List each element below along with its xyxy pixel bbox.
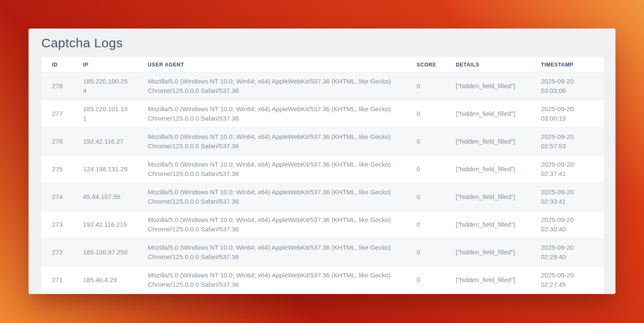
cell-id: 271 <box>41 266 72 294</box>
logs-table-container: ID IP USER AGENT SCORE DETAILS TIMESTAMP… <box>41 57 604 294</box>
page-title: Captcha Logs <box>29 29 615 57</box>
cell-timestamp: 2025-09-20 02:57:53 <box>530 128 604 156</box>
cell-user-agent: Mozilla/5.0 (Windows NT 10.0; Win64; x64… <box>137 239 406 266</box>
cell-user-agent: Mozilla/5.0 (Windows NT 10.0; Win64; x64… <box>137 266 406 294</box>
column-header-user-agent: USER AGENT <box>137 57 406 72</box>
cell-user-agent: Mozilla/5.0 (Windows NT 10.0; Win64; x64… <box>137 211 406 239</box>
cell-score: 0 <box>406 266 445 294</box>
cell-score: 0 <box>406 239 445 266</box>
page-background: { "page": { "title": "Captcha Logs" }, "… <box>0 0 644 323</box>
cell-details: ["hidden_field_filled"] <box>445 72 530 100</box>
cell-details: ["hidden_field_filled"] <box>445 100 530 128</box>
table-body: 278 185.220.100.254 Mozilla/5.0 (Windows… <box>41 72 604 294</box>
cell-timestamp: 2025-09-20 03:00:19 <box>530 100 604 128</box>
table-row: 271 185.40.4.29 Mozilla/5.0 (Windows NT … <box>41 266 604 294</box>
cell-user-agent: Mozilla/5.0 (Windows NT 10.0; Win64; x64… <box>137 128 406 156</box>
column-header-id: ID <box>41 57 72 72</box>
cell-timestamp: 2025-09-20 02:29:40 <box>530 239 604 266</box>
cell-details: ["hidden_field_filled"] <box>445 128 530 156</box>
column-header-details: DETAILS <box>445 57 530 72</box>
cell-user-agent: Mozilla/5.0 (Windows NT 10.0; Win64; x64… <box>137 72 406 100</box>
cell-score: 0 <box>406 183 445 211</box>
cell-timestamp: 2025-09-20 02:33:41 <box>530 183 604 211</box>
cell-ip: 192.42.116.27 <box>72 128 137 156</box>
table-row: 277 185.220.101.131 Mozilla/5.0 (Windows… <box>41 100 604 128</box>
cell-ip: 192.42.116.215 <box>72 211 137 239</box>
table-row: 273 192.42.116.215 Mozilla/5.0 (Windows … <box>41 211 604 239</box>
cell-ip: 185.220.100.254 <box>72 72 137 100</box>
cell-score: 0 <box>406 100 445 128</box>
table-row: 278 185.220.100.254 Mozilla/5.0 (Windows… <box>41 72 604 100</box>
cell-id: 273 <box>41 211 72 239</box>
cell-timestamp: 2025-09-20 02:37:41 <box>530 156 604 183</box>
cell-details: ["hidden_field_filled"] <box>445 239 530 266</box>
table-row: 274 45.84.107.55 Mozilla/5.0 (Windows NT… <box>41 183 604 211</box>
cell-score: 0 <box>406 128 445 156</box>
column-header-score: SCORE <box>406 57 445 72</box>
cell-id: 277 <box>41 100 72 128</box>
cell-id: 272 <box>41 239 72 266</box>
cell-score: 0 <box>406 156 445 183</box>
cell-user-agent: Mozilla/5.0 (Windows NT 10.0; Win64; x64… <box>137 183 406 211</box>
logs-table: ID IP USER AGENT SCORE DETAILS TIMESTAMP… <box>41 57 604 294</box>
table-row: 276 192.42.116.27 Mozilla/5.0 (Windows N… <box>41 128 604 156</box>
table-header: ID IP USER AGENT SCORE DETAILS TIMESTAMP <box>41 57 604 72</box>
cell-id: 274 <box>41 183 72 211</box>
cell-score: 0 <box>406 211 445 239</box>
column-header-ip: IP <box>72 57 137 72</box>
cell-id: 278 <box>41 72 72 100</box>
cell-ip: 124.198.131.29 <box>72 156 137 183</box>
cell-score: 0 <box>406 72 445 100</box>
cell-id: 275 <box>41 156 72 183</box>
table-row: 272 185.100.87.250 Mozilla/5.0 (Windows … <box>41 239 604 266</box>
cell-timestamp: 2025-09-20 03:03:06 <box>530 72 604 100</box>
column-header-timestamp: TIMESTAMP <box>530 57 604 72</box>
captcha-logs-card: Captcha Logs ID IP USER AGENT SCORE DETA… <box>29 29 615 294</box>
cell-details: ["hidden_field_filled"] <box>445 183 530 211</box>
cell-user-agent: Mozilla/5.0 (Windows NT 10.0; Win64; x64… <box>137 100 406 128</box>
table-row: 275 124.198.131.29 Mozilla/5.0 (Windows … <box>41 156 604 183</box>
cell-id: 276 <box>41 128 72 156</box>
cell-ip: 185.100.87.250 <box>72 239 137 266</box>
cell-ip: 185.40.4.29 <box>72 266 137 294</box>
cell-user-agent: Mozilla/5.0 (Windows NT 10.0; Win64; x64… <box>137 156 406 183</box>
cell-details: ["hidden_field_filled"] <box>445 211 530 239</box>
cell-details: ["hidden_field_filled"] <box>445 266 530 294</box>
cell-details: ["hidden_field_filled"] <box>445 156 530 183</box>
cell-ip: 45.84.107.55 <box>72 183 137 211</box>
cell-ip: 185.220.101.131 <box>72 100 137 128</box>
cell-timestamp: 2025-09-20 02:30:40 <box>530 211 604 239</box>
cell-timestamp: 2025-09-20 02:27:45 <box>530 266 604 294</box>
